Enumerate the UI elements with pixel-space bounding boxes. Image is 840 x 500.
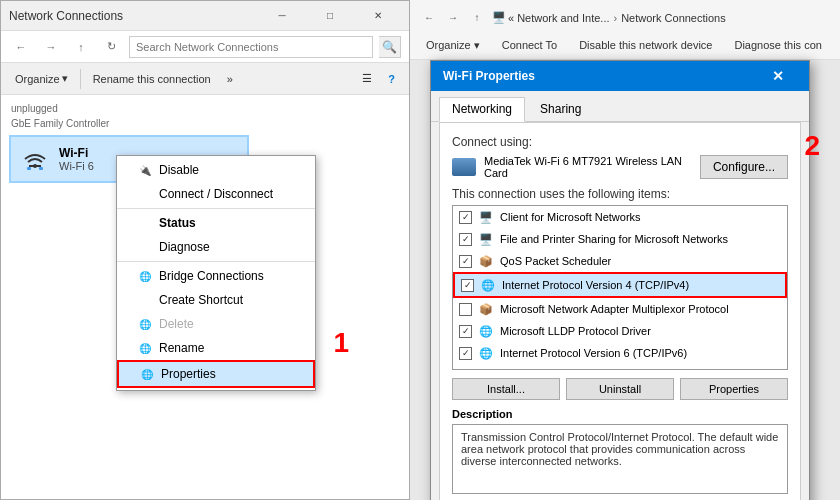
- list-item[interactable]: ✓ 📦 QoS Packet Scheduler: [453, 250, 787, 272]
- delete-icon: 🌐: [137, 316, 153, 332]
- explorer-toolbar: Organize ▾ Connect To Disable this netwo…: [418, 32, 832, 60]
- uninstall-button[interactable]: Uninstall: [566, 378, 674, 400]
- checkbox-2[interactable]: ✓: [459, 233, 472, 246]
- bc-network: « Network and Inte...: [508, 12, 610, 24]
- connect-icon: [137, 186, 153, 202]
- toolbar: Organize ▾ Rename this connection » ☰ ?: [1, 63, 409, 95]
- ctx-disable-label: Disable: [159, 163, 199, 177]
- shortcut-icon: [137, 292, 153, 308]
- ctx-connect[interactable]: Connect / Disconnect: [117, 182, 315, 206]
- checkbox-5[interactable]: [459, 303, 472, 316]
- breadcrumb-bar: ← → ↑ 🖥️ « Network and Inte... › Network…: [418, 4, 832, 32]
- ctx-shortcut-label: Create Shortcut: [159, 293, 243, 307]
- bc-separator: ›: [614, 12, 618, 24]
- svg-point-1: [33, 164, 37, 168]
- help-button[interactable]: ?: [382, 67, 401, 91]
- ctx-disable[interactable]: 🔌 Disable: [117, 158, 315, 182]
- dialog-title: Wi-Fi Properties: [443, 69, 535, 83]
- close-button[interactable]: ✕: [355, 1, 401, 31]
- search-icon[interactable]: 🔍: [379, 36, 401, 58]
- organize-btn[interactable]: Organize ▾: [418, 37, 488, 54]
- list-item[interactable]: 📦 Microsoft Network Adapter Multiplexor …: [453, 298, 787, 320]
- family-controller-status: GbE Family Controller: [11, 118, 401, 129]
- properties-button[interactable]: Properties: [680, 378, 788, 400]
- ctx-properties[interactable]: 🌐 Properties: [117, 360, 315, 388]
- ctx-diagnose-label: Diagnose: [159, 240, 210, 254]
- ctx-bridge-label: Bridge Connections: [159, 269, 264, 283]
- window-controls: ─ □ ✕: [259, 1, 401, 31]
- item-label-7: Internet Protocol Version 6 (TCP/IPv6): [500, 347, 687, 359]
- forward-nav-button[interactable]: →: [442, 7, 464, 29]
- description-text: Transmission Control Protocol/Internet P…: [452, 424, 788, 494]
- ctx-delete: 🌐 Delete: [117, 312, 315, 336]
- install-button[interactable]: Install...: [452, 378, 560, 400]
- address-bar: ← → ↑ ↻ 🔍: [1, 31, 409, 63]
- adapter-full-name: MediaTek Wi-Fi 6 MT7921 Wireless LAN Car…: [484, 155, 692, 179]
- svg-rect-2: [27, 167, 31, 170]
- item-icon-5: 📦: [478, 301, 494, 317]
- ctx-bridge[interactable]: 🌐 Bridge Connections: [117, 264, 315, 288]
- bc-icon: 🖥️: [492, 11, 506, 24]
- disable-icon: 🔌: [137, 162, 153, 178]
- dialog-close-button[interactable]: ✕: [755, 61, 801, 91]
- back-nav-button[interactable]: ←: [418, 7, 440, 29]
- up-button[interactable]: ↑: [69, 35, 93, 59]
- ctx-sep-2: [117, 261, 315, 262]
- list-item-selected[interactable]: ✓ 🌐 Internet Protocol Version 4 (TCP/IPv…: [453, 272, 787, 298]
- organize-button[interactable]: Organize ▾: [9, 67, 74, 91]
- ctx-shortcut[interactable]: Create Shortcut: [117, 288, 315, 312]
- action-buttons: Install... Uninstall Properties: [452, 378, 788, 400]
- connect-using-label: Connect using:: [452, 135, 788, 149]
- bc-connections: Network Connections: [621, 12, 726, 24]
- checkbox-7[interactable]: ✓: [459, 347, 472, 360]
- back-button[interactable]: ←: [9, 35, 33, 59]
- checkbox-6[interactable]: ✓: [459, 325, 472, 338]
- items-list: ✓ 🖥️ Client for Microsoft Networks ✓ 🖥️ …: [452, 205, 788, 370]
- ctx-rename[interactable]: 🌐 Rename: [117, 336, 315, 360]
- status-icon: [137, 215, 153, 231]
- checkbox-4[interactable]: ✓: [461, 279, 474, 292]
- refresh-button[interactable]: ↻: [99, 35, 123, 59]
- svg-rect-3: [39, 167, 43, 170]
- dialog-tabs: Networking Sharing: [431, 91, 809, 122]
- window-title: Network Connections: [9, 9, 123, 23]
- item-icon-3: 📦: [478, 253, 494, 269]
- up-nav-button[interactable]: ↑: [466, 7, 488, 29]
- items-label: This connection uses the following items…: [452, 187, 788, 201]
- list-item[interactable]: ✓ 🌐 Internet Protocol Version 6 (TCP/IPv…: [453, 342, 787, 364]
- diagnose-btn[interactable]: Diagnose this con: [726, 37, 829, 53]
- rename-connection-button[interactable]: Rename this connection: [87, 67, 217, 91]
- forward-button[interactable]: →: [39, 35, 63, 59]
- minimize-button[interactable]: ─: [259, 1, 305, 31]
- item-label-6: Microsoft LLDP Protocol Driver: [500, 325, 651, 337]
- configure-button[interactable]: Configure...: [700, 155, 788, 179]
- wifi-icon: [19, 143, 51, 175]
- maximize-button[interactable]: □: [307, 1, 353, 31]
- view-button[interactable]: ☰: [356, 67, 378, 91]
- tab-sharing[interactable]: Sharing: [527, 97, 594, 121]
- ctx-delete-label: Delete: [159, 317, 194, 331]
- properties-icon: 🌐: [139, 366, 155, 382]
- checkbox-1[interactable]: ✓: [459, 211, 472, 224]
- list-item[interactable]: ✓ 🌐 Microsoft LLDP Protocol Driver: [453, 320, 787, 342]
- search-input[interactable]: [129, 36, 373, 58]
- list-item[interactable]: ✓ 🖥️ File and Printer Sharing for Micros…: [453, 228, 787, 250]
- context-menu: 🔌 Disable Connect / Disconnect Status Di…: [116, 155, 316, 391]
- checkbox-3[interactable]: ✓: [459, 255, 472, 268]
- dialog-titlebar: Wi-Fi Properties ✕: [431, 61, 809, 91]
- unplugged-status: unplugged: [11, 103, 401, 114]
- tab-networking[interactable]: Networking: [439, 97, 525, 122]
- disable-device-btn[interactable]: Disable this network device: [571, 37, 720, 53]
- list-item[interactable]: ✓ 🖥️ Client for Microsoft Networks: [453, 206, 787, 228]
- ctx-rename-label: Rename: [159, 341, 204, 355]
- toolbar-separator: [80, 69, 81, 89]
- connect-to-btn[interactable]: Connect To: [494, 37, 565, 53]
- ctx-sep-1: [117, 208, 315, 209]
- breadcrumb-path: 🖥️ « Network and Inte... › Network Conne…: [492, 11, 726, 24]
- explorer-window: ← → ↑ 🖥️ « Network and Inte... › Network…: [410, 0, 840, 500]
- item-icon-1: 🖥️: [478, 209, 494, 225]
- ctx-status[interactable]: Status: [117, 211, 315, 235]
- ctx-diagnose[interactable]: Diagnose: [117, 235, 315, 259]
- more-button[interactable]: »: [221, 67, 239, 91]
- label-2: 2: [804, 130, 820, 162]
